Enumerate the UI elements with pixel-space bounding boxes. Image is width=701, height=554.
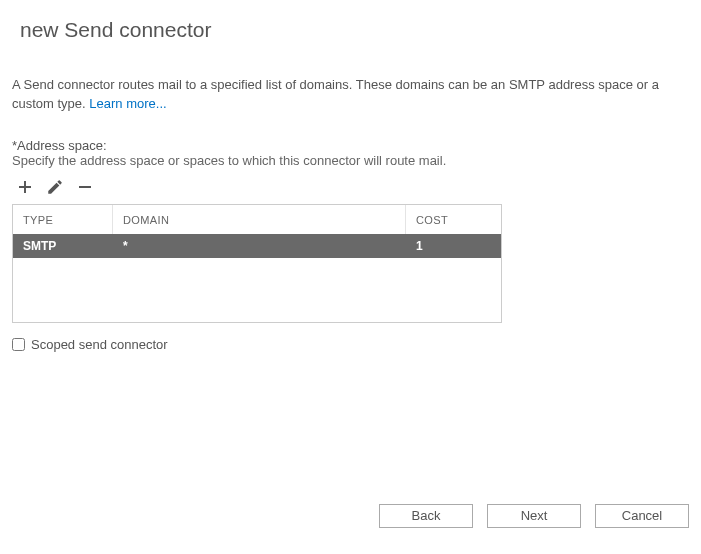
scoped-checkbox[interactable] — [12, 338, 25, 351]
address-space-table: TYPE DOMAIN COST SMTP * 1 — [12, 204, 502, 323]
address-space-toolbar — [12, 178, 689, 196]
table-header: TYPE DOMAIN COST — [13, 205, 501, 234]
cell-type: SMTP — [13, 234, 113, 258]
scoped-send-connector[interactable]: Scoped send connector — [12, 337, 689, 352]
cell-cost: 1 — [406, 234, 501, 258]
next-button[interactable]: Next — [487, 504, 581, 528]
scoped-label: Scoped send connector — [31, 337, 168, 352]
address-space-note: Specify the address space or spaces to w… — [12, 153, 689, 168]
cell-domain: * — [113, 234, 406, 258]
col-header-type: TYPE — [13, 205, 113, 234]
wizard-footer: Back Next Cancel — [379, 504, 689, 528]
back-button[interactable]: Back — [379, 504, 473, 528]
table-row[interactable]: SMTP * 1 — [13, 234, 501, 258]
edit-icon[interactable] — [46, 178, 64, 196]
learn-more-link[interactable]: Learn more... — [89, 96, 166, 111]
add-icon[interactable] — [16, 178, 34, 196]
page-title: new Send connector — [20, 18, 689, 42]
col-header-domain: DOMAIN — [113, 205, 406, 234]
description: A Send connector routes mail to a specif… — [12, 76, 689, 114]
address-space-label: *Address space: — [12, 138, 689, 153]
cancel-button[interactable]: Cancel — [595, 504, 689, 528]
remove-icon[interactable] — [76, 178, 94, 196]
col-header-cost: COST — [406, 205, 501, 234]
table-body: SMTP * 1 — [13, 234, 501, 322]
